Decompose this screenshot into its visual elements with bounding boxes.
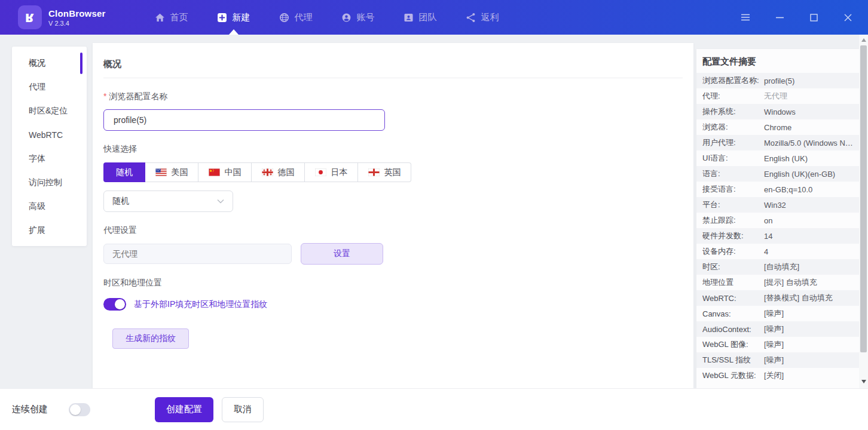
summary-row-value: [提示] 自动填充 — [764, 277, 853, 288]
quick-select-us-button[interactable]: 美国 — [145, 162, 198, 182]
sidebar-item-access-control[interactable]: 访问控制 — [12, 171, 87, 195]
summary-row: 时区:[自动填充] — [696, 259, 859, 275]
footer-bar: 连续创建 创建配置 取消 — [0, 388, 868, 430]
summary-row-value: Chrome — [764, 123, 853, 132]
sidebar-item-overview[interactable]: 概况 — [12, 51, 87, 75]
nav-rebate[interactable]: 返利 — [451, 0, 514, 35]
summary-row: 操作系统:Windows — [696, 104, 859, 119]
summary-row-value: [关闭] — [764, 370, 853, 381]
summary-row: 代理:无代理 — [696, 88, 859, 104]
main-nav: 首页 新建 代理 账号 团队 — [140, 0, 514, 35]
jp-flag-icon — [315, 168, 326, 176]
summary-row-label: 设备内存: — [702, 246, 764, 257]
toggle-knob — [115, 299, 125, 309]
sidebar-item-label: 概况 — [29, 58, 45, 69]
summary-rows: 浏览器配置名称:profile(5)代理:无代理操作系统:Windows浏览器:… — [696, 73, 859, 383]
summary-row-value: en-GB;q=10.0 — [764, 185, 853, 194]
continuous-create-label: 连续创建 — [12, 404, 48, 415]
toggle-knob — [70, 404, 81, 415]
maximize-icon[interactable] — [809, 13, 818, 22]
summary-row-label: 时区: — [702, 262, 764, 272]
scroll-up-arrow-icon[interactable] — [859, 36, 868, 44]
sidebar-item-label: 访问控制 — [29, 177, 62, 188]
proxy-settings-button[interactable]: 设置 — [301, 243, 383, 265]
sidebar-item-label: 时区&定位 — [29, 106, 68, 116]
vertical-scrollbar[interactable] — [859, 35, 868, 388]
minimize-icon[interactable] — [775, 13, 784, 22]
nav-team[interactable]: 团队 — [389, 0, 451, 35]
profile-name-input[interactable] — [103, 109, 385, 131]
summary-row-value: English (UK) — [764, 154, 853, 163]
nav-proxy[interactable]: 代理 — [265, 0, 327, 35]
summary-row-value: 14 — [764, 232, 853, 241]
continuous-create-toggle[interactable] — [69, 403, 90, 416]
summary-row-label: 硬件并发数: — [702, 231, 764, 241]
summary-row: WebGL 元数据:[关闭] — [696, 368, 859, 383]
summary-row-label: 用户代理: — [702, 137, 764, 148]
brand: ʁ ClonBrowser V 2.3.4 — [18, 5, 106, 29]
cn-flag-icon — [209, 168, 220, 176]
sidebar-item-label: 代理 — [29, 82, 45, 93]
user-icon — [341, 13, 352, 23]
dropdown-value: 随机 — [112, 196, 129, 207]
nav-label: 返利 — [481, 12, 499, 23]
summary-row-label: UI语言: — [702, 153, 764, 164]
share-icon — [466, 13, 476, 23]
team-icon — [404, 13, 414, 23]
quick-select-label: 快速选择 — [103, 144, 683, 155]
sidebar-item-advanced[interactable]: 高级 — [12, 195, 87, 219]
summary-row-label: 浏览器配置名称: — [702, 75, 764, 86]
quick-select-cn-button[interactable]: 中国 — [198, 162, 252, 182]
summary-row-label: 浏览器: — [702, 122, 764, 133]
quick-select-random-button[interactable]: 随机 — [103, 162, 145, 182]
timezone-section-label: 时区和地理位置 — [103, 278, 683, 288]
quick-select-jp-button[interactable]: 日本 — [305, 162, 358, 182]
nav-home[interactable]: 首页 — [140, 0, 203, 35]
sidebar-item-proxy[interactable]: 代理 — [12, 75, 87, 99]
scrollbar-thumb[interactable] — [860, 45, 867, 352]
active-tab-pointer — [229, 29, 239, 35]
summary-row-value: [噪声] — [764, 355, 853, 366]
summary-row: 语言:English (UK)(en-GB) — [696, 166, 859, 182]
summary-row-label: 接受语言: — [702, 184, 764, 195]
quick-select-de-button[interactable]: 德国 — [252, 162, 305, 182]
summary-row-label: WebGL 元数据: — [702, 370, 764, 381]
de-flag-icon — [262, 168, 273, 176]
quick-select-gb-button[interactable]: 英国 — [358, 162, 411, 182]
quick-select-group: 随机 美国 中国 — [103, 162, 683, 182]
summary-row-label: WebRTC: — [702, 294, 764, 303]
summary-row-value: [自动填充] — [764, 262, 853, 272]
quick-select-dropdown[interactable]: 随机 — [103, 191, 233, 212]
summary-row: 硬件并发数:14 — [696, 228, 859, 244]
app-logo-icon: ʁ — [18, 5, 42, 29]
cancel-button[interactable]: 取消 — [222, 397, 264, 422]
nav-new[interactable]: 新建 — [203, 0, 265, 35]
summary-row: 设备内存:4 — [696, 244, 859, 259]
sidebar-item-label: WebRTC — [29, 130, 63, 140]
scroll-down-arrow-icon[interactable] — [859, 377, 868, 386]
sidebar-item-extensions[interactable]: 扩展 — [12, 219, 87, 242]
close-icon[interactable] — [843, 13, 852, 22]
profile-form: 概况 *浏览器配置名称 快速选择 随机 美国 中国 — [93, 43, 693, 388]
generate-fingerprint-button[interactable]: 生成新的指纹 — [112, 328, 189, 349]
profile-summary-panel: 配置文件摘要 浏览器配置名称:profile(5)代理:无代理操作系统:Wind… — [696, 49, 859, 388]
proxy-settings-label: 代理设置 — [103, 225, 683, 236]
summary-row-label: 代理: — [702, 91, 764, 102]
gb-flag-icon — [368, 168, 380, 176]
fill-by-ip-toggle[interactable] — [103, 298, 126, 311]
sidebar-item-label: 扩展 — [29, 225, 45, 236]
summary-row: WebRTC:[替换模式] 自动填充 — [696, 290, 859, 306]
summary-row-label: 地理位置 — [702, 277, 764, 288]
summary-row: 浏览器:Chrome — [696, 119, 859, 135]
nav-account[interactable]: 账号 — [327, 0, 389, 35]
nav-label: 账号 — [357, 12, 375, 23]
menu-icon[interactable] — [741, 13, 750, 22]
summary-row-label: WebGL 图像: — [702, 339, 764, 350]
summary-row-value: [噪声] — [764, 339, 853, 350]
summary-row: AudioContext:[噪声] — [696, 321, 859, 337]
sidebar-item-fonts[interactable]: 字体 — [12, 147, 87, 171]
proxy-input[interactable] — [103, 244, 292, 264]
sidebar-item-webrtc[interactable]: WebRTC — [12, 123, 87, 147]
create-profile-button[interactable]: 创建配置 — [155, 397, 213, 422]
sidebar-item-timezone[interactable]: 时区&定位 — [12, 99, 87, 123]
